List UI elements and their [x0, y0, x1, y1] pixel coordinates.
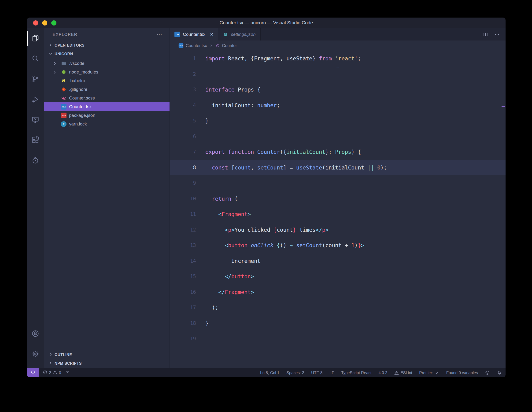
- line-number[interactable]: 4: [170, 103, 196, 108]
- zoom-window-button[interactable]: [51, 20, 57, 26]
- activity-search-button[interactable]: [27, 50, 44, 68]
- line-number[interactable]: 8: [170, 165, 196, 170]
- code-line-19[interactable]: 19: [170, 331, 505, 347]
- explorer-more-actions-icon[interactable]: ⋯: [156, 33, 162, 36]
- chevron-right-icon[interactable]: [52, 61, 58, 66]
- line-number[interactable]: 2: [170, 71, 196, 77]
- warnings-icon: [53, 370, 57, 376]
- code-line-15[interactable]: 15 </button>: [170, 269, 505, 284]
- code-line-3[interactable]: 3interface Props {: [170, 82, 505, 98]
- code-line-5[interactable]: 5}: [170, 113, 505, 129]
- npm-scripts-section[interactable]: NPM SCRIPTS: [44, 359, 170, 368]
- activity-plugin-button[interactable]: [27, 151, 44, 170]
- activity-explorer-button[interactable]: [27, 29, 44, 48]
- tree-item-package-json[interactable]: npmpackage.json: [44, 111, 170, 120]
- tree-item-label: yarn.lock: [69, 122, 87, 127]
- code-line-4[interactable]: 4 initialCount: number;: [170, 98, 505, 113]
- breadcrumb-separator-icon: [209, 44, 213, 48]
- code-line-14[interactable]: 14 Increment: [170, 253, 505, 269]
- sass-icon: [61, 95, 67, 101]
- line-number[interactable]: 12: [170, 227, 196, 233]
- symbol-icon: [216, 44, 220, 48]
- problems-status[interactable]: 2 0: [39, 370, 63, 376]
- breadcrumb-item-counter-tsx[interactable]: TSXCounter.tsx: [178, 43, 207, 48]
- code-line-7[interactable]: 7export function Counter({initialCount}:…: [170, 144, 505, 160]
- status-item-found-0-variables[interactable]: Found 0 variables: [446, 371, 478, 375]
- status-item-label: UTF-8: [311, 371, 323, 375]
- line-number[interactable]: 3: [170, 87, 196, 93]
- activity-remote-explorer-button[interactable]: [27, 111, 44, 130]
- tab-settings-json[interactable]: settings.json: [218, 28, 261, 40]
- line-number[interactable]: 18: [170, 320, 196, 326]
- notifications-bell-icon[interactable]: [497, 370, 502, 375]
- code-text: export function Counter({initialCount}: …: [205, 149, 361, 155]
- tsx-icon: TSX: [179, 43, 183, 48]
- line-number[interactable]: 7: [170, 149, 196, 155]
- line-number[interactable]: 10: [170, 196, 196, 202]
- editor-more-actions-icon[interactable]: [494, 32, 499, 37]
- accounts-button[interactable]: [27, 325, 44, 343]
- status-item-spaces-2[interactable]: Spaces: 2: [286, 371, 304, 375]
- activity-run-debug-button[interactable]: [27, 90, 44, 109]
- code-editor[interactable]: 1import React, {Fragment, useState} from…: [170, 51, 505, 368]
- settings-button[interactable]: [27, 345, 44, 364]
- tree-item-yarn-lock[interactable]: Yyarn.lock: [44, 120, 170, 128]
- tree-item--vscode[interactable]: .vscode: [44, 59, 170, 68]
- code-line-16[interactable]: 16 </Fragment>: [170, 284, 505, 300]
- tab-counter-tsx[interactable]: TSXCounter.tsx×: [170, 28, 218, 40]
- open-editors-section[interactable]: OPEN EDITORS: [44, 41, 170, 50]
- split-editor-icon[interactable]: [483, 32, 488, 37]
- line-number[interactable]: 16: [170, 289, 196, 295]
- code-line-11[interactable]: 11 <Fragment>: [170, 206, 505, 222]
- close-window-button[interactable]: [33, 20, 38, 26]
- code-text: const [count, setCount] = useState(initi…: [205, 165, 387, 171]
- status-item-lf[interactable]: LF: [330, 371, 334, 375]
- code-line-2[interactable]: 2: [170, 66, 505, 82]
- tree-item--babelrc[interactable]: B.babelrc: [44, 76, 170, 85]
- project-root-section[interactable]: UNICORN: [44, 50, 170, 58]
- line-number[interactable]: 13: [170, 243, 196, 248]
- chevron-right-icon[interactable]: [52, 70, 58, 75]
- code-line-9[interactable]: 9: [170, 175, 505, 191]
- remote-indicator[interactable]: [27, 368, 39, 377]
- activity-source-control-button[interactable]: [27, 70, 44, 89]
- code-line-6[interactable]: 6: [170, 129, 505, 144]
- status-item-ln-8-col-1[interactable]: Ln 8, Col 1: [260, 371, 279, 375]
- tree-item-counter-tsx[interactable]: TSXCounter.tsx: [44, 102, 170, 111]
- breadcrumb-item-counter[interactable]: Counter: [215, 43, 237, 48]
- tree-item-node-modules[interactable]: node_modules: [44, 68, 170, 76]
- account-icon: [31, 330, 39, 338]
- code-line-10[interactable]: 10 return (: [170, 191, 505, 207]
- activity-extensions-button[interactable]: [27, 131, 44, 150]
- status-item-eslint[interactable]: ESLint: [394, 371, 412, 375]
- status-item-4-0-2[interactable]: 4.0.2: [378, 371, 387, 375]
- code-text: </Fragment>: [205, 289, 254, 295]
- line-number[interactable]: 1: [170, 56, 196, 61]
- line-number[interactable]: 19: [170, 336, 196, 342]
- line-number[interactable]: 9: [170, 180, 196, 186]
- code-line-12[interactable]: 12 <p>You clicked {count} times</p>: [170, 222, 505, 238]
- line-number[interactable]: 17: [170, 305, 196, 310]
- close-tab-icon[interactable]: ×: [210, 32, 213, 37]
- yarn-icon: Y: [61, 121, 67, 127]
- code-line-17[interactable]: 17 );: [170, 300, 505, 316]
- status-item-typescript-react[interactable]: TypeScript React: [341, 371, 371, 375]
- tree-item-label: .babelrc: [69, 78, 85, 83]
- feedback-icon[interactable]: [485, 370, 490, 375]
- outline-section[interactable]: OUTLINE: [44, 350, 170, 359]
- tree-item--gitignore[interactable]: .gitignore: [44, 85, 170, 94]
- line-number[interactable]: 5: [170, 118, 196, 124]
- tree-item-counter-scss[interactable]: Counter.scss: [44, 94, 170, 102]
- code-line-18[interactable]: 18}: [170, 316, 505, 331]
- line-number[interactable]: 14: [170, 258, 196, 264]
- line-number[interactable]: 15: [170, 274, 196, 279]
- code-line-13[interactable]: 13 <button onClick={() ⇒ setCount(count …: [170, 238, 505, 253]
- line-number[interactable]: 6: [170, 134, 196, 139]
- status-item-prettier-[interactable]: Prettier:: [419, 371, 439, 375]
- broadcast-status-button[interactable]: [63, 370, 72, 376]
- line-number[interactable]: 11: [170, 211, 196, 217]
- status-item-utf-8[interactable]: UTF-8: [311, 371, 323, 375]
- minimize-window-button[interactable]: [42, 20, 47, 26]
- status-item-label: Spaces: 2: [286, 371, 304, 375]
- code-line-8[interactable]: 8 const [count, setCount] = useState(ini…: [170, 160, 505, 176]
